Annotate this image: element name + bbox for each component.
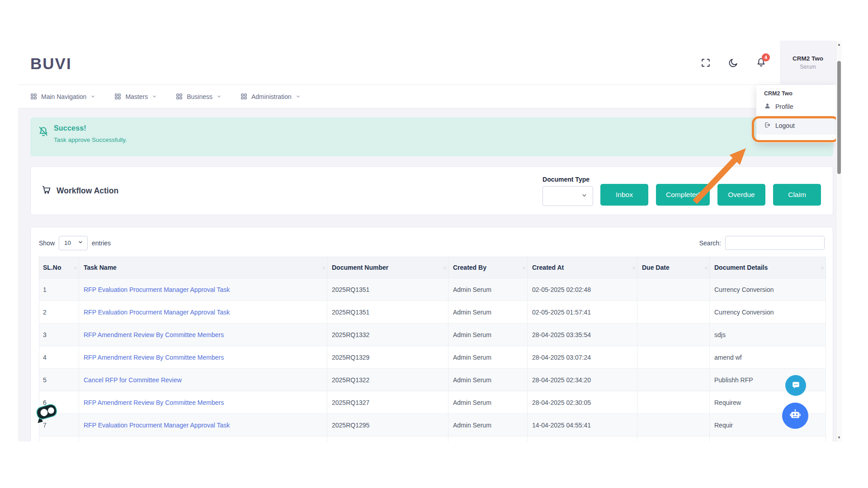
- task-link[interactable]: RFP Amendment Review By Committee Member…: [84, 354, 224, 361]
- row-created-at: 02-05-2025 01:57:41: [528, 301, 637, 324]
- task-link[interactable]: RFP Evaluation Procurment Manager Approv…: [84, 286, 230, 293]
- chat-bubble-icon: [790, 379, 802, 392]
- logout-icon: [764, 122, 771, 130]
- row-document-details: sdjs: [710, 324, 826, 346]
- row-created-at: 28-04-2025 02:34:20: [528, 369, 637, 391]
- col-created-by[interactable]: Created By↑↓: [448, 257, 528, 278]
- sort-icon: ↑↓: [522, 265, 525, 270]
- overdue-button[interactable]: Overdue: [717, 184, 765, 206]
- document-type-select[interactable]: [542, 186, 593, 206]
- page-size-select[interactable]: 10: [59, 236, 88, 250]
- row-created-at: 14-04-2025 04:55:41: [528, 414, 637, 436]
- row-task-name: Cancel RFP for Committee Review: [79, 369, 327, 391]
- workflow-filter-buttons: Inbox Completed Overdue Claim: [600, 184, 821, 206]
- dark-mode-moon-icon[interactable]: [728, 57, 739, 68]
- vertical-scrollbar[interactable]: ▲ ▼: [836, 41, 842, 442]
- nav-business[interactable]: Business: [176, 93, 222, 100]
- completed-button[interactable]: Completed: [656, 184, 710, 206]
- scrollbar-down-arrow[interactable]: ▼: [836, 435, 842, 441]
- table-row: 5Cancel RFP for Committee Review2025RQ13…: [39, 369, 826, 391]
- row-created-by: Admin Serum: [448, 301, 528, 324]
- row-slno: 4: [39, 346, 79, 369]
- success-alert: Success! Task approve Successfully.: [30, 117, 833, 156]
- task-link[interactable]: RFP Evaluation Procurment Manager Approv…: [84, 309, 230, 316]
- profile-menu-item[interactable]: Profile: [756, 99, 836, 114]
- assistant-fab-button[interactable]: [782, 403, 808, 429]
- row-document-number: 2025RQ1295: [327, 414, 448, 436]
- page-size-value: 10: [64, 239, 71, 246]
- page-size-group: Show 10 entries: [39, 236, 111, 250]
- screenshot-canvas: BUVI 4 CRM2 Two Serum: [0, 0, 868, 488]
- scrollbar-up-arrow[interactable]: ▲: [836, 42, 842, 48]
- task-link[interactable]: RFP Evaluation Procurment Manager Approv…: [84, 422, 230, 429]
- alert-text-block: Success! Task approve Successfully.: [54, 124, 127, 156]
- row-due-date: [637, 278, 710, 301]
- user-dropdown-menu: CRM2 Two Profile Logout: [756, 85, 836, 143]
- row-slno: 6: [39, 391, 79, 414]
- profile-person-icon: [764, 103, 771, 111]
- search-input[interactable]: [725, 236, 825, 250]
- scrollbar-thumb[interactable]: [837, 61, 841, 174]
- nav-main-navigation[interactable]: Main Navigation: [30, 93, 95, 100]
- task-link[interactable]: RFP Amendment Review By Committee Member…: [84, 331, 224, 338]
- row-task-name: RFP Amendment Review By Committee Member…: [79, 391, 327, 414]
- row-created-by: Admin Serum: [448, 414, 528, 436]
- tasks-table: SL.No↑↓ Task Name↑↓ Document Number↑↓ Cr…: [39, 257, 826, 441]
- main-menubar: Main Navigation Masters Business Adminis…: [18, 85, 842, 108]
- nav-masters[interactable]: Masters: [114, 93, 157, 100]
- document-type-label: Document Type: [542, 176, 593, 183]
- sort-icon: ↑↓: [443, 265, 446, 270]
- row-due-date: [637, 324, 710, 346]
- row-document-number: 2025RQ1329: [327, 346, 448, 369]
- grid-icon: [241, 93, 247, 100]
- brand-logo: BUVI: [30, 55, 72, 73]
- grid-icon: [176, 93, 183, 100]
- user-menu-trigger[interactable]: CRM2 Two Serum: [780, 41, 836, 85]
- tasks-table-card: Show 10 entries Search:: [30, 227, 833, 441]
- notification-badge: 4: [762, 53, 770, 61]
- dropdown-heading: CRM2 Two: [756, 90, 836, 97]
- chevron-down-icon: [78, 239, 83, 246]
- row-document-details: Currency Conversion: [710, 301, 826, 324]
- chat-fab-button[interactable]: [785, 375, 806, 396]
- nav-administration[interactable]: Administration: [241, 93, 301, 100]
- cart-icon: [42, 185, 51, 197]
- row-task-name: RFP Amendment Review By Committee Member…: [79, 346, 327, 369]
- alert-title: Success!: [54, 124, 127, 132]
- nav-label: Business: [187, 93, 212, 100]
- task-link[interactable]: Cancel RFP for Committee Review: [84, 376, 182, 384]
- row-created-by: Admin Serum: [448, 391, 528, 414]
- row-due-date: [637, 391, 710, 414]
- task-link[interactable]: RFP Amendment Review By Committee Member…: [84, 399, 224, 406]
- nav-label: Administration: [251, 93, 292, 100]
- col-slno[interactable]: SL.No↑↓: [39, 257, 79, 278]
- row-created-at: 02-05-2025 02:02:48: [528, 278, 637, 301]
- row-slno: 1: [39, 278, 79, 301]
- row-document-number: 2025RQ1327: [327, 391, 448, 414]
- inbox-button[interactable]: Inbox: [600, 184, 648, 206]
- notifications-bell-icon[interactable]: 4: [755, 57, 766, 68]
- table-row: 4RFP Amendment Review By Committee Membe…: [39, 346, 826, 369]
- col-created-at[interactable]: Created At↑↓: [528, 257, 637, 278]
- show-label: Show: [39, 239, 55, 247]
- table-row: 3RFP Amendment Review By Committee Membe…: [39, 324, 826, 346]
- col-due-date[interactable]: Due Date↑↓: [637, 257, 710, 278]
- row-document-number: 2025RQ1351: [327, 278, 448, 301]
- workflow-action-card: Workflow Action Document Type Inbox Comp…: [30, 166, 833, 215]
- row-document-details: Currency Conversion: [710, 278, 826, 301]
- col-task-name[interactable]: Task Name↑↓: [79, 257, 327, 278]
- sort-icon: ↑↓: [704, 265, 707, 270]
- robot-icon: [788, 408, 802, 423]
- document-type-group: Document Type: [542, 176, 593, 206]
- fullscreen-icon[interactable]: [700, 57, 711, 68]
- row-created-by: Admin Serum: [448, 369, 528, 391]
- table-row: 2RFP Evaluation Procurment Manager Appro…: [39, 301, 826, 324]
- sort-icon: ↑↓: [322, 265, 325, 270]
- search-label: Search:: [699, 239, 721, 247]
- sort-icon: ↑↓: [74, 265, 76, 270]
- col-document-details[interactable]: Document Details↑↓: [710, 257, 826, 278]
- claim-button[interactable]: Claim: [773, 184, 821, 206]
- col-document-number[interactable]: Document Number↑↓: [327, 257, 448, 278]
- row-created-by: Admin Serum: [448, 324, 528, 346]
- logout-menu-item[interactable]: Logout: [756, 117, 836, 135]
